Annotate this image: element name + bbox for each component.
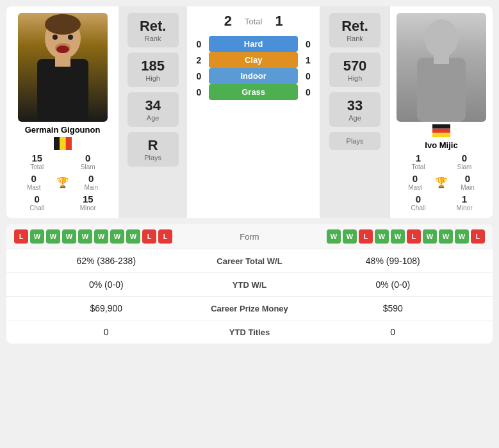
player-right-flag [432,124,450,137]
left-plays-box: R Plays [127,132,179,167]
svg-rect-9 [60,137,65,150]
player-left-stats-row1: 15 Total 0 Slam [12,153,113,170]
right-center-stats: Ret. Rank 570 High 33 Age Plays [320,6,390,218]
svg-rect-16 [432,133,450,137]
right-plays-box: Plays [329,132,380,150]
svg-rect-10 [65,137,71,150]
svg-rect-13 [434,55,449,64]
player-left-trophy-row: 0 Mast 🏆 0 Main [12,173,113,191]
player-right-mast: 0 Mast [395,173,435,191]
svg-point-5 [56,46,69,53]
svg-point-11 [425,19,458,58]
player-right-silhouette [397,13,486,122]
form-badge: L [471,229,485,244]
form-badge: L [158,229,172,244]
svg-point-7 [68,35,73,40]
form-badge: L [359,229,373,244]
player-right-name: Ivo Mijic [425,140,457,150]
right-high-box: 570 High [329,53,380,87]
form-badge: W [126,229,140,244]
player-left-flag [54,137,72,150]
svg-rect-12 [417,58,466,122]
player-right-photo [397,13,486,122]
form-row: LWWWWWWWLL Form WWLWWLWWWL [6,224,493,249]
player-left-minor: 15 Minor [63,194,114,212]
form-badge: W [423,229,437,244]
player-right-chall: 0 Chall [395,194,441,212]
stats-row: $69,900 Career Prize Money $590 [6,297,493,320]
form-badge: W [327,229,341,244]
form-badge: W [94,229,108,244]
form-badge: W [46,229,60,244]
player-left-total: 15 Total [12,153,63,170]
player-left-photo [18,13,108,122]
left-rank-box: Ret. Rank [127,13,179,47]
svg-rect-14 [432,124,450,129]
form-badge: W [343,229,357,244]
right-rank-box: Ret. Rank [329,13,380,47]
bottom-section: LWWWWWWWLL Form WWLWWLWWWL 62% (386-238)… [6,224,493,344]
form-badge: W [110,229,124,244]
surface-row-indoor: 0 Indoor 0 [192,68,315,84]
player-left-card: Germain Gigounon 15 Total 0 Slam [6,6,119,218]
form-badge: W [78,229,92,244]
player-right-stats-row3: 0 Chall 1 Minor [395,194,487,212]
svg-rect-2 [37,59,88,122]
player-right-slam: 0 Slam [441,153,487,170]
left-center-stats: Ret. Rank 185 High 34 Age R Plays [119,6,187,218]
match-total-label: Total [245,17,262,26]
match-total-left: 2 [224,13,232,29]
player-left-chall: 0 Chall [12,194,63,212]
form-badge: L [14,229,28,244]
form-badges-left: LWWWWWWWLL [14,229,218,244]
player-left-name: Germain Gigounon [25,125,101,135]
stats-row: 0 YTD Titles 0 [6,320,493,344]
player-left-main: 0 Main [69,173,114,191]
stats-row: 0% (0-0) YTD W/L 0% (0-0) [6,273,493,297]
player-right-total: 1 Total [395,153,441,170]
form-badge: W [375,229,389,244]
player-right-card: Ivo Mijic 1 Total 0 Slam 0 Mast 🏆 [390,6,493,218]
stats-rows: 62% (386-238) Career Total W/L 48% (99-1… [6,249,493,344]
player-left-mast: 0 Mast [12,173,56,191]
form-badge: W [455,229,469,244]
player-right-trophy-row: 0 Mast 🏆 0 Main [395,173,487,191]
trophy-icon-left: 🏆 [56,176,69,188]
stats-row: 62% (386-238) Career Total W/L 48% (99-1… [6,249,493,273]
form-badges-right: WWLWWLWWWL [282,229,486,244]
surface-row-hard: 0 Hard 0 [192,36,315,52]
left-age-box: 34 Age [127,92,179,127]
right-age-box: 33 Age [329,92,380,127]
svg-rect-15 [432,129,450,133]
player-right-main: 0 Main [448,173,487,191]
trophy-icon-right: 🏆 [435,176,448,188]
player-left-slam: 0 Slam [63,153,114,170]
surface-rows: 0 Hard 0 2 Clay 1 0 Indoor 0 0 Grass 0 [192,36,315,100]
match-total-row: 2 Total 1 [192,13,315,29]
form-badge: W [439,229,453,244]
match-stats: 2 Total 1 0 Hard 0 2 Clay 1 0 Indoor 0 0… [187,6,320,218]
form-badge: L [142,229,156,244]
player-right-stats-row1: 1 Total 0 Slam [395,153,487,170]
surface-row-grass: 0 Grass 0 [192,84,315,100]
svg-point-1 [45,14,81,35]
form-badge: W [62,229,76,244]
form-label: Form [218,232,282,242]
svg-point-6 [53,35,58,40]
player-left-silhouette [18,13,108,122]
player-left-stats-row3: 0 Chall 15 Minor [12,194,113,212]
form-badge: W [30,229,44,244]
match-total-right: 1 [275,13,282,29]
left-high-box: 185 High [127,53,179,87]
surface-row-clay: 2 Clay 1 [192,52,315,68]
svg-rect-8 [54,137,60,150]
player-right-minor: 1 Minor [441,194,487,212]
form-badge: W [391,229,405,244]
svg-rect-3 [55,56,70,67]
form-badge: L [407,229,421,244]
